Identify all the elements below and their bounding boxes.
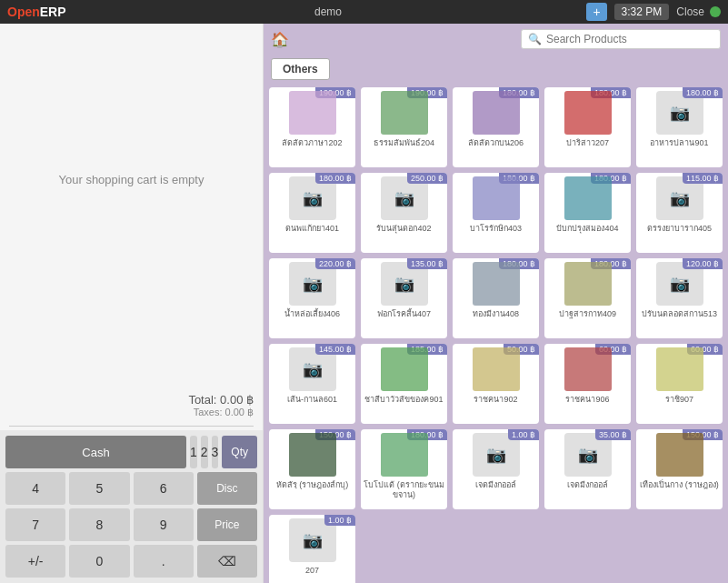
price-badge: 220.00 ฿ bbox=[315, 258, 355, 269]
price-badge: 115.00 ฿ bbox=[683, 173, 723, 184]
product-image bbox=[377, 431, 432, 478]
qty-button[interactable]: Qty bbox=[222, 436, 257, 468]
key-3[interactable]: 3 bbox=[212, 436, 219, 468]
price-button[interactable]: Price bbox=[197, 508, 257, 541]
status-indicator bbox=[710, 6, 721, 17]
product-card[interactable]: 190.00 ฿ลัดสัตวภาษา202 bbox=[269, 87, 355, 167]
key-9[interactable]: 9 bbox=[134, 508, 194, 541]
product-image bbox=[561, 260, 615, 307]
key-8[interactable]: 8 bbox=[69, 508, 129, 541]
product-card[interactable]: 60.00 ฿ราชคนา906 bbox=[544, 344, 631, 424]
key-1[interactable]: 1 bbox=[190, 436, 197, 468]
key-7[interactable]: 7 bbox=[5, 508, 65, 541]
product-card[interactable]: 180.00 ฿บาโรรักษิก403 bbox=[453, 173, 539, 253]
price-badge: 180.00 ฿ bbox=[683, 87, 723, 98]
product-card[interactable]: 185.00 ฿ชาสีบาวัวสัขของค901 bbox=[361, 344, 447, 424]
product-image bbox=[285, 431, 340, 478]
time-display[interactable]: 3:32 PM bbox=[614, 4, 670, 20]
numpad: Cash 1 2 3 Qty 4 5 6 Disc 7 8 9 Price +/… bbox=[0, 430, 263, 583]
product-name: ชาสีบาวัวสัขของค901 bbox=[363, 393, 444, 405]
left-panel: Your shopping cart is empty Total: 0.00 … bbox=[0, 24, 264, 583]
key-4[interactable]: 4 bbox=[5, 472, 65, 505]
tab-others[interactable]: Others bbox=[271, 58, 330, 80]
numpad-grid: 4 5 6 Disc 7 8 9 Price +/- 0 . ⌫ bbox=[5, 472, 257, 578]
product-card[interactable]: 180.00 ฿ทองมีงาน408 bbox=[453, 258, 539, 338]
product-image bbox=[469, 260, 524, 307]
divider bbox=[9, 426, 254, 427]
numpad-top-row: Cash 1 2 3 Qty bbox=[5, 436, 257, 468]
cart-area: Your shopping cart is empty bbox=[0, 24, 263, 389]
product-card[interactable]: 180.00 ฿ปับกปรุงสมอง404 bbox=[544, 173, 631, 253]
key-plusminus[interactable]: +/- bbox=[5, 545, 65, 578]
right-panel: 🏠 🔍 Others 190.00 ฿ลัดสัตวภาษา202190.00 … bbox=[264, 24, 728, 583]
product-card[interactable]: 35.00 ฿📷เจตมีงกออล์ bbox=[544, 429, 631, 509]
product-card[interactable]: 150.00 ฿เทืองเปิ่นกาง (ราษฎอง) bbox=[636, 429, 723, 509]
product-card[interactable]: 150.00 ฿หัดสัรฺ (ราษฎองส์กบุ) bbox=[269, 429, 355, 509]
product-image bbox=[653, 346, 707, 393]
product-card[interactable]: 115.00 ฿📷ดรรงยาบาราก405 bbox=[636, 173, 723, 253]
product-name: หัดสัรฺ (ราษฎองส์กบุ) bbox=[274, 478, 351, 490]
product-card[interactable]: 180.00 ฿ลัดสัตวกบน206 bbox=[453, 87, 539, 167]
product-name: ราชคนา906 bbox=[563, 393, 611, 405]
key-dot[interactable]: . bbox=[134, 545, 194, 578]
price-badge: 135.00 ฿ bbox=[407, 258, 447, 269]
price-badge: 1.00 ฿ bbox=[324, 515, 355, 526]
product-card[interactable]: 220.00 ฿📷น้ำหล่อเลี้ยง406 bbox=[269, 258, 355, 338]
home-button[interactable]: 🏠 bbox=[271, 31, 289, 48]
product-card[interactable]: 1.00 ฿📷207 bbox=[269, 515, 355, 583]
product-name: ธรรมสัมพันธ์204 bbox=[372, 136, 436, 148]
product-name: เจตมีงกออล์ bbox=[474, 478, 518, 490]
key-backspace[interactable]: ⌫ bbox=[197, 545, 257, 578]
close-button[interactable]: Close bbox=[676, 5, 704, 18]
product-name: ดนพแก้กยา401 bbox=[284, 222, 341, 234]
right-top-bar: 🏠 🔍 bbox=[264, 24, 728, 55]
product-card[interactable]: 180.00 ฿ปาฐสารกาท409 bbox=[544, 258, 631, 338]
product-name: เจตมีงกออล์ bbox=[565, 478, 610, 490]
key-6[interactable]: 6 bbox=[134, 472, 194, 505]
price-badge: 145.00 ฿ bbox=[315, 344, 355, 355]
logo-open: Open bbox=[7, 5, 40, 19]
key-5[interactable]: 5 bbox=[69, 472, 129, 505]
product-name: ลัดสัตวกบน206 bbox=[466, 136, 525, 148]
product-name: ปับกปรุงสมอง404 bbox=[554, 222, 620, 234]
product-image bbox=[285, 89, 340, 136]
product-card[interactable]: 180.00 ฿📷อาหารปลาน901 bbox=[636, 87, 723, 167]
plus-button[interactable]: + bbox=[586, 3, 606, 21]
disc-button[interactable]: Disc bbox=[197, 472, 257, 505]
taxes-line: Taxes: 0.00 ฿ bbox=[9, 407, 254, 418]
search-box: 🔍 bbox=[521, 29, 721, 49]
product-card[interactable]: 180.00 ฿📷ดนพแก้กยา401 bbox=[269, 173, 355, 253]
price-badge: 120.00 ฿ bbox=[683, 258, 723, 269]
product-name: ราชิ907 bbox=[663, 393, 695, 405]
price-badge: 250.00 ฿ bbox=[407, 173, 447, 184]
product-card[interactable]: 135.00 ฿📷ฟอกโรคสิ้น407 bbox=[361, 258, 447, 338]
key-2[interactable]: 2 bbox=[201, 436, 208, 468]
product-card[interactable]: 180.00 ฿ปาริสาว207 bbox=[544, 87, 631, 167]
product-image bbox=[469, 89, 524, 136]
product-name: 207 bbox=[304, 564, 321, 576]
totals-area: Total: 0.00 ฿ Taxes: 0.00 ฿ bbox=[0, 389, 263, 422]
product-card[interactable]: 50.00 ฿ราชคนา902 bbox=[453, 344, 539, 424]
cash-button[interactable]: Cash bbox=[5, 436, 186, 468]
product-image bbox=[561, 175, 615, 222]
product-image bbox=[377, 89, 432, 136]
product-card[interactable]: 145.00 ฿📷เส้น-กานล601 bbox=[269, 344, 355, 424]
product-card[interactable]: 250.00 ฿📷รับนสุ่นดอก402 bbox=[361, 173, 447, 253]
product-card[interactable]: 60.00 ฿ราชิ907 bbox=[636, 344, 723, 424]
search-input[interactable] bbox=[546, 33, 655, 45]
product-name: ฟอกโรคสิ้น407 bbox=[375, 307, 433, 319]
product-image bbox=[561, 346, 615, 393]
key-0[interactable]: 0 bbox=[69, 545, 129, 578]
product-card[interactable]: 190.00 ฿ธรรมสัมพันธ์204 bbox=[361, 87, 447, 167]
product-name: ปาริสาว207 bbox=[564, 136, 611, 148]
products-area: 190.00 ฿ลัดสัตวภาษา202190.00 ฿ธรรมสัมพัน… bbox=[264, 84, 728, 583]
product-name: รับนสุ่นดอก402 bbox=[374, 222, 433, 234]
topbar: OpenERP demo + 3:32 PM Close bbox=[0, 0, 728, 24]
product-card[interactable]: 180.00 ฿โบโปแต้ (ตรากยะขนมขจาน) bbox=[361, 429, 447, 509]
product-card[interactable]: 120.00 ฿📷ปรับนตลอดสกาน513 bbox=[636, 258, 723, 338]
search-icon: 🔍 bbox=[528, 33, 542, 45]
product-name: ปรับนตลอดสกาน513 bbox=[640, 307, 719, 319]
cart-empty-message: Your shopping cart is empty bbox=[59, 173, 204, 186]
product-name: บาโรรักษิก403 bbox=[468, 222, 524, 234]
product-card[interactable]: 1.00 ฿📷เจตมีงกออล์ bbox=[453, 429, 539, 509]
